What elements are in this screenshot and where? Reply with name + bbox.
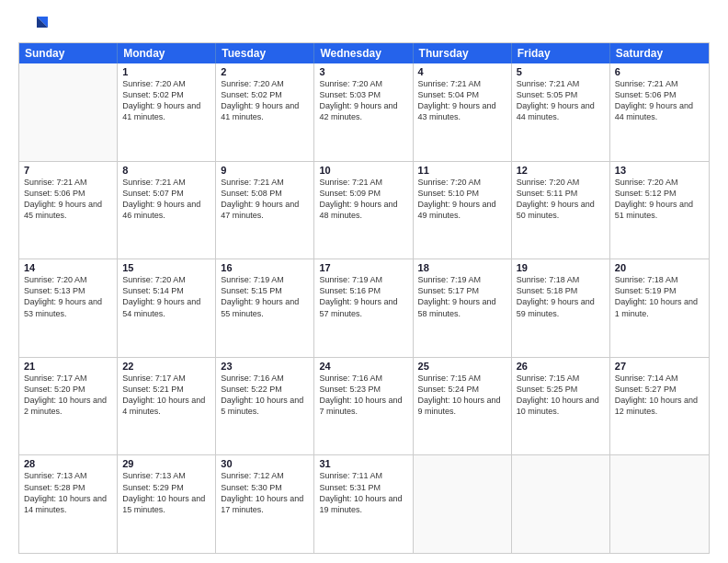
day-number: 18 bbox=[418, 262, 506, 273]
day-info: Sunrise: 7:20 AM Sunset: 5:03 PM Dayligh… bbox=[319, 78, 407, 123]
logo-icon bbox=[18, 15, 48, 35]
calendar-cell: 15Sunrise: 7:20 AM Sunset: 5:14 PM Dayli… bbox=[118, 259, 216, 357]
day-info: Sunrise: 7:14 AM Sunset: 5:27 PM Dayligh… bbox=[615, 373, 704, 418]
day-info: Sunrise: 7:15 AM Sunset: 5:24 PM Dayligh… bbox=[418, 373, 506, 418]
calendar-cell: 9Sunrise: 7:21 AM Sunset: 5:08 PM Daylig… bbox=[216, 162, 314, 259]
calendar-cell: 21Sunrise: 7:17 AM Sunset: 5:20 PM Dayli… bbox=[19, 358, 118, 455]
page: Sunday Monday Tuesday Wednesday Thursday… bbox=[0, 0, 728, 563]
calendar-week-1: 1Sunrise: 7:20 AM Sunset: 5:02 PM Daylig… bbox=[19, 63, 709, 162]
header-tuesday: Tuesday bbox=[216, 43, 314, 63]
day-number: 9 bbox=[221, 165, 309, 176]
day-info: Sunrise: 7:20 AM Sunset: 5:02 PM Dayligh… bbox=[221, 78, 309, 123]
day-number: 22 bbox=[122, 361, 210, 372]
calendar-cell: 13Sunrise: 7:20 AM Sunset: 5:12 PM Dayli… bbox=[610, 162, 709, 259]
day-info: Sunrise: 7:16 AM Sunset: 5:22 PM Dayligh… bbox=[221, 373, 309, 418]
calendar: Sunday Monday Tuesday Wednesday Thursday… bbox=[18, 42, 710, 554]
day-info: Sunrise: 7:20 AM Sunset: 5:10 PM Dayligh… bbox=[418, 177, 506, 222]
calendar-cell: 20Sunrise: 7:18 AM Sunset: 5:19 PM Dayli… bbox=[610, 259, 709, 357]
day-info: Sunrise: 7:12 AM Sunset: 5:30 PM Dayligh… bbox=[221, 470, 309, 515]
day-info: Sunrise: 7:13 AM Sunset: 5:29 PM Dayligh… bbox=[122, 470, 210, 515]
calendar-cell: 18Sunrise: 7:19 AM Sunset: 5:17 PM Dayli… bbox=[414, 259, 512, 357]
calendar-cell: 27Sunrise: 7:14 AM Sunset: 5:27 PM Dayli… bbox=[610, 358, 709, 455]
calendar-cell bbox=[414, 455, 512, 553]
calendar-cell: 30Sunrise: 7:12 AM Sunset: 5:30 PM Dayli… bbox=[216, 455, 314, 553]
calendar-cell: 28Sunrise: 7:13 AM Sunset: 5:28 PM Dayli… bbox=[19, 455, 118, 553]
day-info: Sunrise: 7:21 AM Sunset: 5:06 PM Dayligh… bbox=[24, 177, 112, 222]
day-info: Sunrise: 7:17 AM Sunset: 5:20 PM Dayligh… bbox=[24, 373, 112, 418]
calendar-cell: 3Sunrise: 7:20 AM Sunset: 5:03 PM Daylig… bbox=[314, 63, 413, 161]
header-sunday: Sunday bbox=[19, 43, 118, 63]
day-number: 1 bbox=[122, 66, 210, 77]
header-saturday: Saturday bbox=[610, 43, 709, 63]
calendar-week-5: 28Sunrise: 7:13 AM Sunset: 5:28 PM Dayli… bbox=[19, 455, 709, 553]
day-number: 31 bbox=[319, 458, 407, 469]
calendar-cell: 5Sunrise: 7:21 AM Sunset: 5:05 PM Daylig… bbox=[512, 63, 610, 161]
header-wednesday: Wednesday bbox=[314, 43, 413, 63]
calendar-cell bbox=[512, 455, 610, 553]
day-number: 3 bbox=[319, 66, 407, 77]
day-number: 28 bbox=[24, 458, 112, 469]
calendar-cell: 1Sunrise: 7:20 AM Sunset: 5:02 PM Daylig… bbox=[118, 63, 216, 161]
day-info: Sunrise: 7:21 AM Sunset: 5:09 PM Dayligh… bbox=[319, 177, 407, 222]
header-thursday: Thursday bbox=[414, 43, 512, 63]
calendar-week-4: 21Sunrise: 7:17 AM Sunset: 5:20 PM Dayli… bbox=[19, 358, 709, 456]
day-info: Sunrise: 7:20 AM Sunset: 5:14 PM Dayligh… bbox=[122, 274, 210, 319]
calendar-cell: 11Sunrise: 7:20 AM Sunset: 5:10 PM Dayli… bbox=[414, 162, 512, 259]
day-number: 4 bbox=[418, 66, 506, 77]
day-info: Sunrise: 7:21 AM Sunset: 5:06 PM Dayligh… bbox=[615, 78, 704, 123]
day-number: 21 bbox=[24, 361, 112, 372]
day-info: Sunrise: 7:11 AM Sunset: 5:31 PM Dayligh… bbox=[319, 470, 407, 515]
calendar-cell: 25Sunrise: 7:15 AM Sunset: 5:24 PM Dayli… bbox=[414, 358, 512, 455]
day-number: 27 bbox=[615, 361, 704, 372]
day-info: Sunrise: 7:15 AM Sunset: 5:25 PM Dayligh… bbox=[517, 373, 605, 418]
day-number: 17 bbox=[319, 262, 407, 273]
calendar-cell: 12Sunrise: 7:20 AM Sunset: 5:11 PM Dayli… bbox=[512, 162, 610, 259]
calendar-body: 1Sunrise: 7:20 AM Sunset: 5:02 PM Daylig… bbox=[19, 63, 709, 553]
day-number: 29 bbox=[122, 458, 210, 469]
day-info: Sunrise: 7:20 AM Sunset: 5:02 PM Dayligh… bbox=[122, 78, 210, 123]
day-number: 19 bbox=[517, 262, 605, 273]
logo bbox=[18, 15, 51, 35]
calendar-week-3: 14Sunrise: 7:20 AM Sunset: 5:13 PM Dayli… bbox=[19, 259, 709, 358]
day-number: 10 bbox=[319, 165, 407, 176]
calendar-cell: 10Sunrise: 7:21 AM Sunset: 5:09 PM Dayli… bbox=[314, 162, 413, 259]
day-number: 7 bbox=[24, 165, 112, 176]
day-info: Sunrise: 7:16 AM Sunset: 5:23 PM Dayligh… bbox=[319, 373, 407, 418]
day-info: Sunrise: 7:18 AM Sunset: 5:18 PM Dayligh… bbox=[517, 274, 605, 319]
calendar-cell: 8Sunrise: 7:21 AM Sunset: 5:07 PM Daylig… bbox=[118, 162, 216, 259]
day-info: Sunrise: 7:13 AM Sunset: 5:28 PM Dayligh… bbox=[24, 470, 112, 515]
day-info: Sunrise: 7:21 AM Sunset: 5:04 PM Dayligh… bbox=[418, 78, 506, 123]
day-number: 5 bbox=[517, 66, 605, 77]
day-number: 26 bbox=[517, 361, 605, 372]
header bbox=[18, 15, 710, 35]
day-info: Sunrise: 7:19 AM Sunset: 5:15 PM Dayligh… bbox=[221, 274, 309, 319]
calendar-cell: 29Sunrise: 7:13 AM Sunset: 5:29 PM Dayli… bbox=[118, 455, 216, 553]
day-number: 23 bbox=[221, 361, 309, 372]
calendar-cell: 22Sunrise: 7:17 AM Sunset: 5:21 PM Dayli… bbox=[118, 358, 216, 455]
calendar-cell: 26Sunrise: 7:15 AM Sunset: 5:25 PM Dayli… bbox=[512, 358, 610, 455]
calendar-cell: 2Sunrise: 7:20 AM Sunset: 5:02 PM Daylig… bbox=[216, 63, 314, 161]
day-info: Sunrise: 7:20 AM Sunset: 5:12 PM Dayligh… bbox=[615, 177, 704, 222]
day-number: 8 bbox=[122, 165, 210, 176]
day-info: Sunrise: 7:19 AM Sunset: 5:16 PM Dayligh… bbox=[319, 274, 407, 319]
day-info: Sunrise: 7:20 AM Sunset: 5:13 PM Dayligh… bbox=[24, 274, 112, 319]
calendar-cell: 14Sunrise: 7:20 AM Sunset: 5:13 PM Dayli… bbox=[19, 259, 118, 357]
day-number: 15 bbox=[122, 262, 210, 273]
calendar-cell: 23Sunrise: 7:16 AM Sunset: 5:22 PM Dayli… bbox=[216, 358, 314, 455]
day-number: 25 bbox=[418, 361, 506, 372]
calendar-cell: 31Sunrise: 7:11 AM Sunset: 5:31 PM Dayli… bbox=[314, 455, 413, 553]
day-number: 6 bbox=[615, 66, 704, 77]
day-info: Sunrise: 7:20 AM Sunset: 5:11 PM Dayligh… bbox=[517, 177, 605, 222]
calendar-cell bbox=[19, 63, 118, 161]
calendar-cell: 6Sunrise: 7:21 AM Sunset: 5:06 PM Daylig… bbox=[610, 63, 709, 161]
header-friday: Friday bbox=[512, 43, 610, 63]
calendar-week-2: 7Sunrise: 7:21 AM Sunset: 5:06 PM Daylig… bbox=[19, 162, 709, 260]
day-number: 13 bbox=[615, 165, 704, 176]
calendar-cell: 19Sunrise: 7:18 AM Sunset: 5:18 PM Dayli… bbox=[512, 259, 610, 357]
day-info: Sunrise: 7:18 AM Sunset: 5:19 PM Dayligh… bbox=[615, 274, 704, 319]
day-info: Sunrise: 7:21 AM Sunset: 5:08 PM Dayligh… bbox=[221, 177, 309, 222]
day-info: Sunrise: 7:17 AM Sunset: 5:21 PM Dayligh… bbox=[122, 373, 210, 418]
calendar-cell: 4Sunrise: 7:21 AM Sunset: 5:04 PM Daylig… bbox=[414, 63, 512, 161]
day-info: Sunrise: 7:19 AM Sunset: 5:17 PM Dayligh… bbox=[418, 274, 506, 319]
day-number: 24 bbox=[319, 361, 407, 372]
